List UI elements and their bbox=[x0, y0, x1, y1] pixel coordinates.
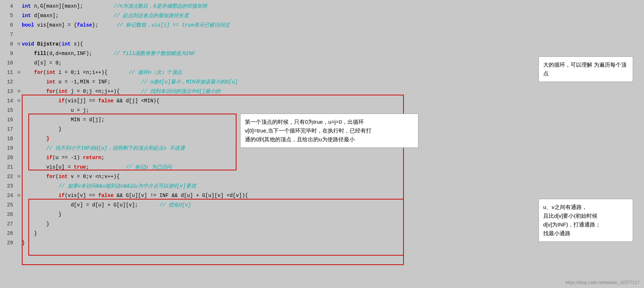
annotation-top-right-text: 大的循环，可以理解 为遍历每个顶点 bbox=[543, 62, 627, 76]
line-num-18: 18 bbox=[0, 134, 16, 143]
code-text-22: for(int v = 0;v <n;v++){ bbox=[22, 172, 644, 181]
annotation-middle-text: 第一个顶点的时候，只有0为true，u=j=0，出循环v[0]=true,当下一… bbox=[245, 119, 371, 142]
code-line-7: 7 bbox=[0, 30, 644, 39]
code-text-14: if(vis[j] == false && d[j] <MIN){ bbox=[22, 96, 644, 106]
code-text-21: vis[u] = true; // 标记u 为已访问 bbox=[22, 162, 644, 172]
code-line-21: 21 vis[u] = true; // 标记u 为已访问 bbox=[0, 162, 644, 172]
code-text-6: bool vis[maxn] = {false}; // 标记数组，vis[i]… bbox=[22, 20, 644, 30]
line-num-23: 23 bbox=[0, 181, 16, 191]
line-num-21: 21 bbox=[0, 162, 16, 172]
line-num-20: 20 bbox=[0, 153, 16, 162]
line-num-22: 22 bbox=[0, 172, 16, 181]
line-num-28: 28 bbox=[0, 229, 16, 238]
line-num-15: 15 bbox=[0, 106, 16, 115]
code-line-4: 4 int n,G[maxn][maxn]; //n为顶点数目，G是存储图边的邻… bbox=[0, 1, 644, 11]
annotation-middle: 第一个顶点的时候，只有0为true，u=j=0，出循环v[0]=true,当下一… bbox=[240, 114, 418, 148]
fold-11[interactable]: ⊟ bbox=[16, 68, 22, 77]
code-line-23: 23 // 如果v未访问&&u能到达v&&以u为中介点可以使d[v]更优 bbox=[0, 181, 644, 191]
code-text-7 bbox=[22, 30, 644, 39]
line-num-16: 16 bbox=[0, 115, 16, 125]
line-num-26: 26 bbox=[0, 210, 16, 219]
code-text-8: void Dijstra(int s){ bbox=[22, 39, 644, 49]
annotation-top-right: 大的循环，可以理解 为遍历每个顶点 bbox=[538, 56, 633, 82]
line-num-10: 10 bbox=[0, 58, 16, 68]
line-num-29: 29 bbox=[0, 238, 16, 248]
fold-8[interactable]: ⊟ bbox=[16, 39, 22, 49]
line-num-7: 7 bbox=[0, 30, 16, 39]
code-line-14: 14 ⊟ if(vis[j] == false && d[j] <MIN){ bbox=[0, 96, 644, 106]
line-num-12: 12 bbox=[0, 77, 16, 87]
line-num-24: 24 bbox=[0, 191, 16, 200]
code-text-23: // 如果v未访问&&u能到达v&&以u为中介点可以使d[v]更优 bbox=[22, 181, 644, 191]
line-num-13: 13 bbox=[0, 87, 16, 96]
line-num-6: 6 bbox=[0, 20, 16, 30]
line-num-19: 19 bbox=[0, 143, 16, 153]
code-line-5: 5 int d[maxn]; // 起点到达各点的最短路径长度 bbox=[0, 11, 644, 20]
annotation-bottom-right: u、v之间有通路，且比d[v]要小(初始时候d[v]为INF)，打通通路；找最小… bbox=[538, 199, 633, 242]
code-text-5: int d[maxn]; // 起点到达各点的最短路径长度 bbox=[22, 11, 644, 20]
line-num-27: 27 bbox=[0, 219, 16, 229]
code-text-13: for(int j = 0;j <n;j++){ // 找到未访问的顶点中d[]… bbox=[22, 87, 644, 96]
line-num-11: 11 bbox=[0, 68, 16, 77]
code-line-20: 20 if(u == -1) return; bbox=[0, 153, 644, 162]
fold-13[interactable]: ⊟ bbox=[16, 87, 22, 96]
fold-14[interactable]: ⊟ bbox=[16, 96, 22, 106]
annotation-bottom-right-text: u、v之间有通路，且比d[v]要小(初始时候d[v]为INF)，打通通路；找最小… bbox=[543, 204, 601, 236]
line-num-25: 25 bbox=[0, 200, 16, 210]
code-line-8: 8 ⊟ void Dijstra(int s){ bbox=[0, 39, 644, 49]
code-line-22: 22 ⊟ for(int v = 0;v <n;v++){ bbox=[0, 172, 644, 181]
code-text-20: if(u == -1) return; bbox=[22, 153, 644, 162]
line-num-8: 8 bbox=[0, 39, 16, 49]
watermark: https://blog.csdn.net/weixin_42377217 bbox=[565, 280, 640, 285]
code-area: 4 int n,G[maxn][maxn]; //n为顶点数目，G是存储图边的邻… bbox=[0, 0, 644, 288]
fold-22[interactable]: ⊟ bbox=[16, 172, 22, 181]
line-num-14: 14 bbox=[0, 96, 16, 106]
code-line-6: 6 bool vis[maxn] = {false}; // 标记数组，vis[… bbox=[0, 20, 644, 30]
code-text-4: int n,G[maxn][maxn]; //n为顶点数目，G是存储图边的邻接矩… bbox=[22, 1, 644, 11]
fold-24[interactable]: ⊟ bbox=[16, 191, 22, 200]
line-num-9: 9 bbox=[0, 49, 16, 58]
line-num-4: 4 bbox=[0, 1, 16, 11]
code-line-13: 13 ⊟ for(int j = 0;j <n;j++){ // 找到未访问的顶… bbox=[0, 87, 644, 96]
line-num-17: 17 bbox=[0, 125, 16, 134]
line-num-5: 5 bbox=[0, 11, 16, 20]
